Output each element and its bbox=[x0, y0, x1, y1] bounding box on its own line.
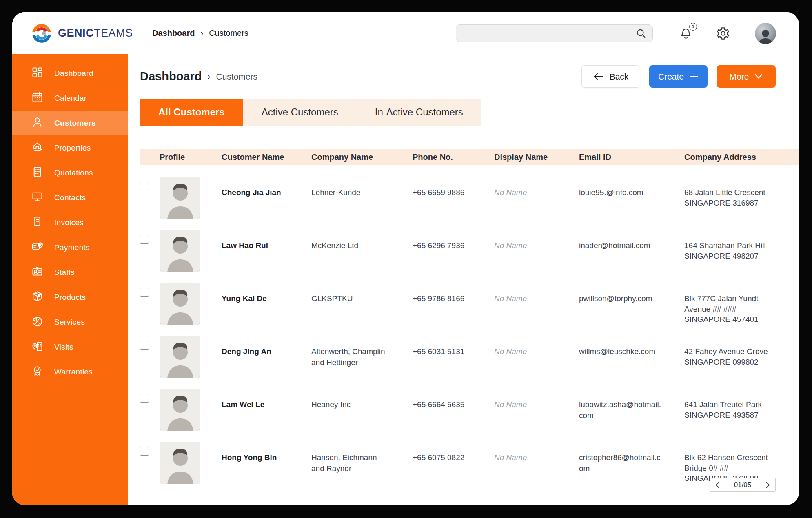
customer-name: Lam Wei Le bbox=[222, 389, 311, 410]
email-id: cristopher86@hotmail.com bbox=[579, 442, 684, 474]
sidebar-item-quotations[interactable]: Quotations bbox=[12, 160, 128, 185]
col-phone: Phone No. bbox=[413, 153, 494, 162]
col-customer-name: Customer Name bbox=[222, 153, 311, 162]
invoices-icon bbox=[31, 215, 44, 230]
email-id: willms@leuschke.com bbox=[579, 336, 684, 357]
sidebar: Dashboard Calendar Customers Properties … bbox=[12, 54, 128, 505]
profile-photo bbox=[160, 442, 222, 484]
table-row: Cheong Jia Jian Lehner-Kunde +65 6659 98… bbox=[140, 177, 799, 230]
more-button[interactable]: More bbox=[717, 65, 776, 88]
table-row: Lam Wei Le Heaney Inc +65 6664 5635 No N… bbox=[140, 389, 799, 442]
sidebar-item-staffs[interactable]: Staffs bbox=[12, 260, 128, 285]
sidebar-item-products[interactable]: Products bbox=[12, 285, 128, 310]
col-company-name: Company Name bbox=[311, 153, 413, 162]
table-row: Deng Jing An Altenwerth, Champlin and He… bbox=[140, 336, 799, 389]
create-button[interactable]: Create bbox=[649, 65, 708, 88]
display-name: No Name bbox=[494, 389, 579, 410]
phone-number: +65 6659 9886 bbox=[413, 177, 494, 198]
visits-icon bbox=[31, 340, 44, 354]
sidebar-item-label: Products bbox=[54, 293, 86, 302]
payments-icon bbox=[31, 240, 44, 255]
breadcrumb-current[interactable]: Customers bbox=[209, 29, 248, 38]
sidebar-item-calendar[interactable]: Calendar bbox=[12, 86, 128, 111]
company-address: Blk 777C Jalan Yundt Avenue ## ### SINGA… bbox=[684, 283, 799, 325]
sidebar-item-payments[interactable]: Payments bbox=[12, 235, 128, 260]
row-checkbox[interactable] bbox=[140, 394, 149, 403]
chevron-right-icon: › bbox=[200, 29, 203, 37]
sidebar-item-properties[interactable]: Properties bbox=[12, 135, 128, 160]
sidebar-item-dashboard[interactable]: Dashboard bbox=[12, 61, 128, 86]
next-page-button[interactable] bbox=[760, 478, 775, 491]
sidebar-item-label: Warranties bbox=[54, 367, 93, 376]
profile-photo bbox=[160, 230, 222, 272]
user-avatar[interactable] bbox=[755, 23, 776, 44]
back-button[interactable]: Back bbox=[581, 65, 640, 88]
col-company-address: Company Address bbox=[684, 153, 799, 162]
sidebar-item-label: Services bbox=[54, 318, 85, 327]
properties-icon bbox=[31, 141, 44, 155]
profile-photo bbox=[160, 389, 222, 431]
topbar: GENICTEAMS Dashboard › Customers 1 bbox=[12, 12, 799, 54]
sidebar-item-contacts[interactable]: Contacts bbox=[12, 185, 128, 210]
settings-button[interactable] bbox=[716, 26, 730, 41]
sidebar-item-label: Customers bbox=[54, 119, 96, 128]
prev-page-button[interactable] bbox=[710, 478, 725, 491]
page-header: Dashboard › Customers Back Create bbox=[140, 65, 799, 88]
dashboard-icon bbox=[31, 66, 44, 81]
user-photo-placeholder-icon bbox=[757, 28, 774, 44]
row-checkbox[interactable] bbox=[140, 182, 149, 190]
svg-text:24: 24 bbox=[33, 317, 37, 321]
phone-number: +65 6664 5635 bbox=[413, 389, 494, 410]
customer-name: Deng Jing An bbox=[222, 336, 311, 357]
sidebar-item-services[interactable]: 247 Services bbox=[12, 310, 128, 334]
main-content: Dashboard › Customers Back Create bbox=[128, 54, 799, 505]
person-photo-placeholder-icon bbox=[160, 177, 200, 219]
notification-badge: 1 bbox=[689, 23, 697, 31]
profile-photo bbox=[160, 177, 222, 219]
company-name: GLKSPTKU bbox=[311, 283, 413, 304]
search-icon[interactable] bbox=[635, 28, 647, 39]
chevron-right-icon bbox=[765, 481, 770, 489]
table-body: Cheong Jia Jian Lehner-Kunde +65 6659 98… bbox=[140, 177, 799, 495]
tab-active-customers[interactable]: Active Customers bbox=[243, 99, 357, 126]
tab-in-active-customers[interactable]: In-Active Customers bbox=[357, 99, 481, 126]
sidebar-item-label: Visits bbox=[54, 343, 73, 352]
app-window: GENICTEAMS Dashboard › Customers 1 bbox=[12, 12, 799, 505]
sidebar-item-customers[interactable]: Customers bbox=[12, 111, 128, 135]
row-checkbox[interactable] bbox=[140, 341, 149, 350]
email-id: lubowitz.asha@hotmail.com bbox=[579, 389, 684, 421]
company-address: 68 Jalan Little Crescent SINGAPORE 31698… bbox=[684, 177, 799, 208]
display-name: No Name bbox=[494, 336, 579, 357]
search-input[interactable] bbox=[464, 29, 635, 38]
tab-all-customers[interactable]: All Customers bbox=[140, 99, 243, 126]
email-id: inader@hotmail.com bbox=[579, 230, 684, 251]
row-checkbox[interactable] bbox=[140, 288, 149, 297]
sidebar-item-label: Payments bbox=[54, 243, 90, 252]
table-row: Law Hao Rui McKenzie Ltd +65 6296 7936 N… bbox=[140, 230, 799, 283]
company-address: 42 Fahey Avenue Grove SINGAPORE 099802 bbox=[684, 336, 799, 367]
breadcrumb-root[interactable]: Dashboard bbox=[152, 29, 195, 38]
person-photo-placeholder-icon bbox=[160, 389, 200, 431]
customer-name: Hong Yong Bin bbox=[222, 442, 311, 463]
sidebar-item-warranties[interactable]: Warranties bbox=[12, 359, 128, 384]
calendar-icon bbox=[31, 91, 44, 106]
sidebar-item-label: Contacts bbox=[54, 193, 86, 202]
sidebar-item-label: Properties bbox=[54, 144, 91, 153]
sidebar-item-visits[interactable]: Visits bbox=[12, 334, 128, 359]
col-display-name: Display Name bbox=[494, 153, 579, 162]
contacts-icon bbox=[31, 190, 44, 205]
sidebar-item-label: Dashboard bbox=[54, 69, 93, 78]
notifications-button[interactable]: 1 bbox=[679, 27, 693, 40]
customer-name: Yung Kai De bbox=[222, 283, 311, 304]
row-checkbox[interactable] bbox=[140, 235, 149, 244]
warranties-icon bbox=[31, 365, 44, 379]
plus-icon bbox=[690, 72, 699, 81]
gear-icon bbox=[716, 26, 730, 41]
sidebar-item-label: Invoices bbox=[54, 218, 84, 227]
row-checkbox[interactable] bbox=[140, 447, 149, 456]
pagination: 01/05 bbox=[710, 478, 776, 492]
chevron-right-icon: › bbox=[207, 72, 210, 80]
sidebar-item-invoices[interactable]: Invoices bbox=[12, 210, 128, 235]
arrow-left-icon bbox=[593, 73, 604, 81]
brand-logo-icon bbox=[31, 23, 52, 44]
